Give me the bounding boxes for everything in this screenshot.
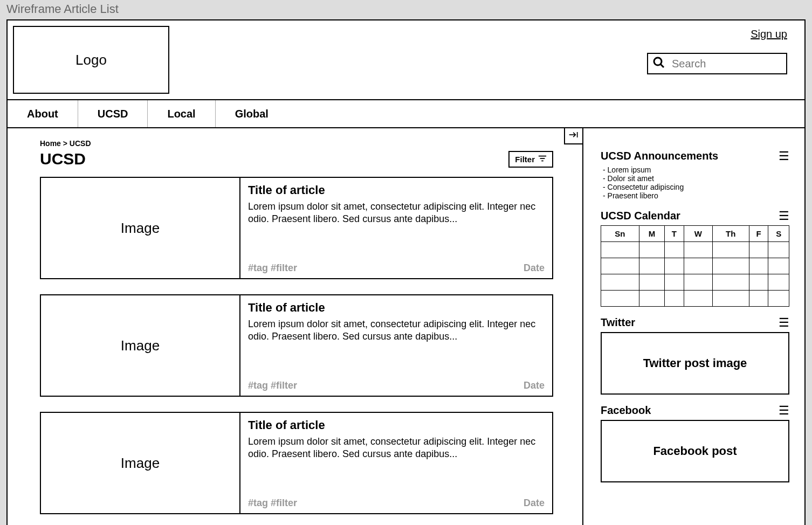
calendar-cell[interactable] [684, 242, 712, 258]
calendar-cell[interactable] [601, 242, 639, 258]
calendar-day-header: W [684, 226, 712, 242]
calendar-cell[interactable] [665, 274, 684, 291]
announcement-item[interactable]: Lorem ipsum [603, 165, 789, 174]
page-title: UCSD [40, 150, 86, 168]
calendar-day-header: M [639, 226, 664, 242]
calendar-cell[interactable] [665, 242, 684, 258]
svg-point-0 [654, 58, 662, 65]
sidebar: UCSD Announcements ☰ Lorem ipsumDolor si… [583, 128, 804, 525]
article-tags[interactable]: #tag #filter [248, 498, 297, 509]
calendar-cell[interactable] [749, 242, 768, 258]
article-title[interactable]: Title of article [248, 301, 545, 315]
twitter-widget: Twitter ☰ Twitter post image [601, 316, 789, 395]
article-card[interactable]: ImageTitle of articleLorem ipsum dolor s… [40, 412, 553, 514]
arrow-right-to-line-icon [568, 130, 579, 142]
logo[interactable]: Logo [13, 26, 169, 94]
calendar-cell[interactable] [749, 258, 768, 274]
filter-icon [538, 154, 547, 164]
calendar-menu-icon[interactable]: ☰ [779, 210, 789, 222]
calendar-cell[interactable] [749, 274, 768, 291]
article-image-placeholder: Image [41, 178, 240, 278]
article-body: Title of articleLorem ipsum dolor sit am… [240, 295, 552, 396]
calendar-cell[interactable] [601, 258, 639, 274]
calendar-day-header: T [665, 226, 684, 242]
calendar-cell[interactable] [749, 291, 768, 307]
article-excerpt: Lorem ipsum dolor sit amet, consectetur … [248, 201, 545, 262]
article-excerpt: Lorem ipsum dolor sit amet, consectetur … [248, 318, 545, 380]
facebook-title: Facebook [601, 404, 651, 417]
article-excerpt: Lorem ipsum dolor sit amet, consectetur … [248, 436, 545, 498]
calendar-day-header: S [768, 226, 789, 242]
calendar-cell[interactable] [639, 274, 664, 291]
announcements-list: Lorem ipsumDolor sit ametConsectetur adi… [601, 165, 789, 200]
article-date: Date [524, 498, 545, 509]
calendar-cell[interactable] [768, 274, 789, 291]
window-title: Wireframe Article List [0, 0, 812, 19]
calendar-cell[interactable] [601, 274, 639, 291]
calendar-cell[interactable] [712, 258, 749, 274]
calendar-cell[interactable] [684, 274, 712, 291]
article-date: Date [524, 380, 545, 391]
calendar-cell[interactable] [639, 258, 664, 274]
facebook-post-image[interactable]: Facebook post [601, 420, 789, 482]
twitter-title: Twitter [601, 316, 635, 329]
search-box[interactable] [647, 53, 787, 74]
calendar-cell[interactable] [665, 291, 684, 307]
article-date: Date [524, 262, 545, 274]
announcements-title: UCSD Announcements [601, 150, 718, 162]
calendar-cell[interactable] [768, 258, 789, 274]
calendar-cell[interactable] [768, 242, 789, 258]
calendar-cell[interactable] [684, 291, 712, 307]
article-body: Title of articleLorem ipsum dolor sit am… [240, 178, 552, 278]
calendar-cell[interactable] [684, 258, 712, 274]
calendar-cell[interactable] [639, 291, 664, 307]
facebook-menu-icon[interactable]: ☰ [779, 405, 789, 417]
announcement-item[interactable]: Dolor sit amet [603, 174, 789, 183]
announcement-item[interactable]: Praesent libero [603, 191, 789, 200]
calendar-cell[interactable] [712, 291, 749, 307]
filter-button[interactable]: Filter [508, 151, 553, 168]
article-card[interactable]: ImageTitle of articleLorem ipsum dolor s… [40, 294, 553, 397]
search-input[interactable] [672, 58, 808, 70]
calendar-day-header: Sn [601, 226, 639, 242]
main-column: Home > UCSD UCSD Filter ImageTitle of ar… [8, 128, 583, 525]
body: Home > UCSD UCSD Filter ImageTitle of ar… [8, 128, 804, 525]
article-image-placeholder: Image [41, 413, 240, 513]
announcements-widget: UCSD Announcements ☰ Lorem ipsumDolor si… [601, 150, 789, 200]
signup-link[interactable]: Sign up [751, 28, 787, 40]
calendar-widget: UCSD Calendar ☰ SnMTWThFS [601, 210, 789, 307]
article-title[interactable]: Title of article [248, 183, 545, 197]
twitter-post-image[interactable]: Twitter post image [601, 332, 789, 395]
nav-about[interactable]: About [8, 100, 78, 127]
breadcrumb[interactable]: Home > UCSD [40, 139, 553, 148]
article-body: Title of articleLorem ipsum dolor sit am… [240, 413, 552, 513]
nav-ucsd[interactable]: UCSD [78, 100, 148, 127]
app-frame: Logo Sign up About UCSD Local Global Hom… [6, 19, 806, 525]
calendar-table[interactable]: SnMTWThFS [601, 225, 789, 307]
nav-local[interactable]: Local [148, 100, 215, 127]
calendar-cell[interactable] [768, 291, 789, 307]
nav-global[interactable]: Global [216, 100, 288, 127]
calendar-cell[interactable] [712, 242, 749, 258]
calendar-title: UCSD Calendar [601, 210, 680, 222]
filter-label: Filter [515, 155, 535, 164]
collapse-sidebar-button[interactable] [564, 128, 583, 144]
calendar-day-header: F [749, 226, 768, 242]
twitter-menu-icon[interactable]: ☰ [779, 317, 789, 329]
article-tags[interactable]: #tag #filter [248, 380, 297, 391]
header: Logo Sign up [8, 20, 804, 100]
announcements-menu-icon[interactable]: ☰ [779, 150, 789, 162]
announcement-item[interactable]: Consectetur adipiscing [603, 183, 789, 191]
nav-bar: About UCSD Local Global [8, 100, 804, 128]
calendar-day-header: Th [712, 226, 749, 242]
search-icon [652, 56, 672, 72]
svg-line-1 [660, 64, 664, 67]
article-tags[interactable]: #tag #filter [248, 262, 297, 274]
calendar-cell[interactable] [639, 242, 664, 258]
facebook-widget: Facebook ☰ Facebook post [601, 404, 789, 482]
calendar-cell[interactable] [601, 291, 639, 307]
article-title[interactable]: Title of article [248, 418, 545, 432]
calendar-cell[interactable] [712, 274, 749, 291]
article-card[interactable]: ImageTitle of articleLorem ipsum dolor s… [40, 177, 553, 279]
calendar-cell[interactable] [665, 258, 684, 274]
